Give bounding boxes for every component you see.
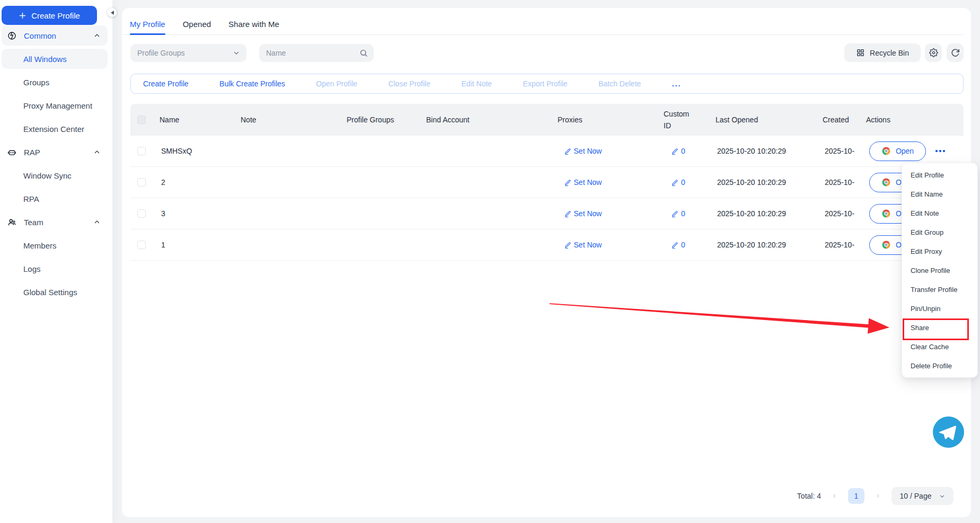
chevron-down-icon bbox=[939, 493, 945, 499]
recycle-bin-button[interactable]: Recycle Bin bbox=[844, 43, 921, 62]
custom-id-edit-link[interactable]: 0 bbox=[672, 178, 685, 187]
name-search-input[interactable] bbox=[259, 44, 374, 62]
main-content: Profile Groups Recycle Bin bbox=[122, 43, 971, 261]
set-proxy-label: Set Now bbox=[574, 241, 602, 249]
action-bulk-create-profiles[interactable]: Bulk Create Profiles bbox=[219, 79, 285, 88]
prev-page-icon[interactable] bbox=[832, 493, 837, 499]
tab-my-profile[interactable]: My Profile bbox=[130, 13, 165, 34]
sidebar-section-common[interactable]: Common bbox=[2, 25, 108, 46]
row-checkbox[interactable] bbox=[137, 209, 146, 218]
menu-item-delete-profile[interactable]: Delete Profile bbox=[902, 356, 977, 375]
set-proxy-link[interactable]: Set Now bbox=[564, 209, 602, 218]
menu-item-share[interactable]: Share bbox=[902, 318, 977, 337]
page-number-button[interactable]: 1 bbox=[848, 488, 864, 504]
sidebar-item-label: Logs bbox=[23, 264, 41, 273]
chrome-icon bbox=[881, 178, 891, 187]
refresh-icon bbox=[951, 48, 960, 57]
app-window: Create Profile Common All Windows Groups… bbox=[0, 0, 980, 523]
menu-item-clone-profile[interactable]: Clone Profile bbox=[902, 261, 977, 280]
table-row: 2 Set Now 0 bbox=[130, 167, 964, 198]
edit-pencil-icon bbox=[564, 210, 571, 217]
row-checkbox[interactable] bbox=[137, 178, 146, 187]
edit-pencil-icon bbox=[672, 242, 678, 249]
cell-name: SMHSxQ bbox=[155, 147, 236, 155]
profile-groups-select[interactable]: Profile Groups bbox=[130, 44, 246, 62]
sidebar-section-team[interactable]: Team bbox=[2, 212, 108, 232]
table-row: 1 Set Now 0 bbox=[130, 229, 964, 261]
tab-share-with-me[interactable]: Share with Me bbox=[228, 13, 279, 34]
menu-item-transfer-profile[interactable]: Transfer Profile bbox=[902, 280, 977, 299]
select-all-checkbox[interactable] bbox=[137, 116, 146, 124]
action-more-button[interactable]: ... bbox=[672, 81, 682, 86]
sidebar-item-extension-center[interactable]: Extension Center bbox=[2, 119, 108, 139]
action-batch-delete[interactable]: Batch Delete bbox=[598, 79, 641, 88]
cell-last-opened: 2025-10-20 10:20:29 bbox=[713, 241, 819, 249]
sidebar-section-rap[interactable]: RAP bbox=[2, 142, 108, 162]
set-proxy-link[interactable]: Set Now bbox=[564, 178, 602, 187]
chevron-down-icon bbox=[233, 50, 240, 56]
sidebar-item-groups[interactable]: Groups bbox=[2, 72, 108, 92]
action-close-profile[interactable]: Close Profile bbox=[389, 79, 430, 88]
sidebar: Create Profile Common All Windows Groups… bbox=[0, 0, 112, 523]
sidebar-item-rpa[interactable]: RPA bbox=[2, 189, 108, 209]
plus-icon bbox=[19, 12, 27, 20]
sidebar-item-label: All Windows bbox=[23, 55, 67, 64]
menu-item-edit-proxy[interactable]: Edit Proxy bbox=[902, 242, 977, 261]
bulk-action-bar: Create Profile Bulk Create Profiles Open… bbox=[130, 74, 964, 94]
open-profile-button[interactable]: Open bbox=[869, 141, 926, 161]
menu-item-pin-unpin[interactable]: Pin/Unpin bbox=[902, 299, 977, 318]
sidebar-section-label: RAP bbox=[24, 148, 94, 157]
refresh-button[interactable] bbox=[947, 43, 964, 62]
sidebar-item-all-windows[interactable]: All Windows bbox=[2, 49, 108, 69]
set-proxy-label: Set Now bbox=[574, 209, 602, 218]
sidebar-item-window-sync[interactable]: Window Sync bbox=[2, 165, 108, 185]
sidebar-item-label: Groups bbox=[23, 78, 49, 87]
action-open-profile[interactable]: Open Profile bbox=[316, 79, 357, 88]
menu-item-edit-group[interactable]: Edit Group bbox=[902, 223, 977, 242]
sidebar-item-label: Window Sync bbox=[23, 171, 72, 180]
sidebar-item-global-settings[interactable]: Global Settings bbox=[2, 282, 108, 302]
search-icon bbox=[359, 49, 368, 57]
menu-item-clear-cache[interactable]: Clear Cache bbox=[902, 337, 977, 356]
edit-pencil-icon bbox=[564, 148, 571, 155]
cell-last-opened: 2025-10-20 10:20:29 bbox=[713, 209, 819, 218]
create-profile-button[interactable]: Create Profile bbox=[2, 6, 97, 25]
menu-item-edit-profile[interactable]: Edit Profile bbox=[902, 165, 977, 184]
sidebar-item-proxy-management[interactable]: Proxy Management bbox=[2, 95, 108, 116]
main-panel: My Profile Opened Share with Me Profile … bbox=[122, 8, 971, 517]
table-row: 3 Set Now 0 bbox=[130, 198, 964, 229]
chrome-icon bbox=[881, 240, 891, 250]
row-checkbox[interactable] bbox=[137, 147, 146, 155]
menu-item-edit-name[interactable]: Edit Name bbox=[902, 184, 977, 203]
row-more-button[interactable] bbox=[935, 150, 945, 152]
next-page-icon[interactable] bbox=[876, 493, 880, 499]
action-export-profile[interactable]: Export Profile bbox=[523, 79, 568, 88]
cell-actions: Open bbox=[862, 141, 963, 161]
pagination-total: Total: 4 bbox=[797, 492, 821, 500]
page-size-label: 10 / Page bbox=[900, 492, 932, 500]
cell-name: 2 bbox=[155, 178, 236, 187]
set-proxy-link[interactable]: Set Now bbox=[564, 241, 602, 249]
custom-id-edit-link[interactable]: 0 bbox=[672, 147, 685, 155]
telegram-button[interactable] bbox=[933, 416, 964, 448]
action-create-profile[interactable]: Create Profile bbox=[143, 79, 189, 88]
menu-item-edit-note[interactable]: Edit Note bbox=[902, 203, 977, 223]
page-size-select[interactable]: 10 / Page bbox=[891, 487, 953, 505]
tab-opened[interactable]: Opened bbox=[183, 13, 211, 34]
custom-id-edit-link[interactable]: 0 bbox=[672, 241, 685, 249]
custom-id-edit-link[interactable]: 0 bbox=[672, 209, 685, 218]
sidebar-item-logs[interactable]: Logs bbox=[2, 259, 108, 279]
settings-button[interactable] bbox=[925, 43, 942, 62]
set-proxy-link[interactable]: Set Now bbox=[564, 147, 602, 155]
sidebar-collapse-button[interactable] bbox=[108, 8, 117, 17]
sidebar-item-label: Global Settings bbox=[23, 288, 77, 297]
sidebar-item-members[interactable]: Members bbox=[2, 235, 108, 255]
action-edit-note[interactable]: Edit Note bbox=[462, 79, 492, 88]
chrome-icon bbox=[881, 209, 891, 218]
row-checkbox[interactable] bbox=[137, 241, 146, 249]
chevron-up-icon bbox=[94, 32, 100, 39]
telegram-plane-icon bbox=[939, 424, 956, 441]
profiles-table: Name Note Profile Groups Bind Account Pr… bbox=[130, 104, 964, 261]
chevron-up-icon bbox=[94, 219, 100, 225]
cell-proxies: Set Now bbox=[522, 209, 660, 218]
